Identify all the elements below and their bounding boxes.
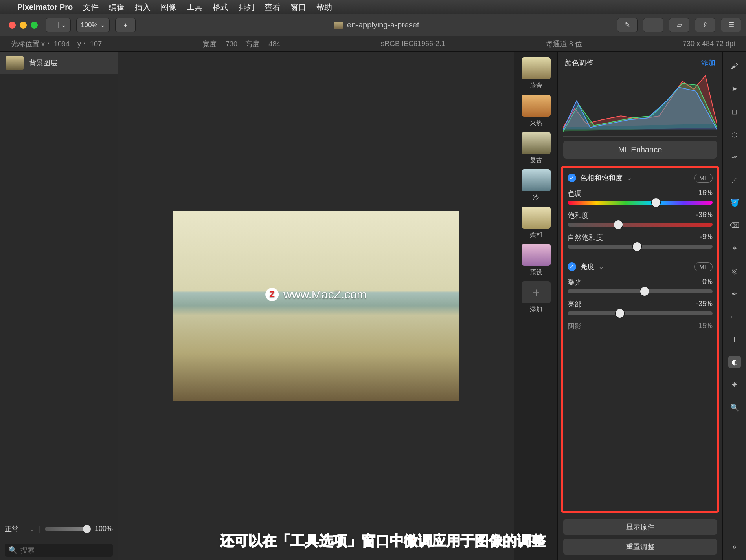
pointer-icon[interactable]: ➤ bbox=[728, 82, 741, 95]
lasso-icon[interactable]: ◌ bbox=[728, 128, 741, 141]
preset-add[interactable]: ＋添加 bbox=[522, 281, 551, 314]
exposure-value: 0% bbox=[702, 278, 713, 287]
slider-knob-icon[interactable] bbox=[652, 198, 660, 207]
menu-window[interactable]: 窗口 bbox=[290, 2, 306, 13]
search-input[interactable]: 🔍 搜索 bbox=[5, 544, 113, 557]
ml-chip[interactable]: ML bbox=[694, 262, 713, 271]
text-icon[interactable]: T bbox=[728, 333, 741, 346]
close-window-button[interactable] bbox=[9, 22, 16, 29]
zoom-icon[interactable]: 🔍 bbox=[728, 401, 741, 414]
vibrance-slider[interactable] bbox=[568, 245, 713, 249]
eraser-icon[interactable]: ⌫ bbox=[728, 219, 741, 232]
fullscreen-window-button[interactable] bbox=[31, 22, 38, 29]
menu-insert[interactable]: 插入 bbox=[135, 2, 151, 13]
more-icon[interactable]: » bbox=[728, 540, 741, 553]
layer-footer: 正常 ⌄ | 100% bbox=[0, 517, 118, 540]
slider-knob-icon[interactable] bbox=[616, 309, 624, 318]
group-name: 色相和饱和度 bbox=[580, 173, 623, 183]
effects-icon[interactable]: ✳ bbox=[728, 379, 741, 391]
share-button[interactable]: ⇪ bbox=[695, 18, 715, 32]
opacity-slider[interactable] bbox=[45, 527, 91, 531]
slider-knob-icon[interactable] bbox=[83, 525, 91, 533]
paintbrush-icon[interactable]: 🖌 bbox=[728, 60, 741, 72]
window-controls bbox=[5, 22, 40, 29]
preset-label: 火热 bbox=[530, 119, 542, 127]
window-toolbar: ⌄ 100% ⌄ ＋ en-applying-a-preset ✎ ⌗ ▱ ⇪ … bbox=[0, 14, 746, 36]
repair-icon[interactable]: ◎ bbox=[728, 265, 741, 277]
preset-item[interactable]: 火热 bbox=[522, 95, 551, 127]
watermark-badge-icon: Z bbox=[265, 288, 279, 301]
pen-icon[interactable]: ✒ bbox=[728, 287, 741, 300]
menu-arrange[interactable]: 排列 bbox=[239, 2, 254, 13]
layer-item[interactable]: 背景图层 bbox=[0, 52, 118, 74]
settings-button[interactable]: ☰ bbox=[721, 18, 741, 32]
sidebar-icon bbox=[50, 22, 59, 28]
group-header-brightness[interactable]: ✓ 亮度 ⌄ ML bbox=[568, 262, 713, 271]
eyedropper-icon[interactable]: ✑ bbox=[728, 151, 741, 163]
reset-adjust-button[interactable]: 重置调整 bbox=[563, 539, 717, 555]
exposure-label: 曝光 bbox=[568, 278, 582, 287]
status-infobar: 光标位置 x： 1094 y： 107 宽度： 730 高度： 484 sRGB… bbox=[0, 36, 746, 52]
blend-mode-select[interactable]: 正常 bbox=[5, 525, 25, 533]
exposure-slider[interactable] bbox=[568, 289, 713, 293]
menu-image[interactable]: 图像 bbox=[161, 2, 176, 13]
chevron-down-icon: ⌄ bbox=[29, 525, 35, 533]
preset-thumb-icon bbox=[522, 57, 551, 79]
color-adjust-icon[interactable]: ◐ bbox=[728, 356, 741, 368]
image-dimensions: 730 x 484 72 dpi bbox=[672, 40, 746, 48]
slider-knob-icon[interactable] bbox=[614, 220, 623, 229]
highlights-slider[interactable] bbox=[568, 311, 713, 315]
adjust-add-button[interactable]: 添加 bbox=[701, 58, 715, 68]
preset-thumb-icon bbox=[522, 169, 551, 191]
preset-item[interactable]: 柔和 bbox=[522, 207, 551, 239]
adjust-title: 颜色调整 bbox=[565, 58, 593, 68]
add-button[interactable]: ＋ bbox=[115, 18, 136, 32]
preset-item[interactable]: 冷 bbox=[522, 169, 551, 202]
hue-slider[interactable] bbox=[568, 201, 713, 205]
page-button[interactable]: ▱ bbox=[669, 18, 689, 32]
preset-item[interactable]: 旅舍 bbox=[522, 57, 551, 90]
app-name[interactable]: Pixelmator Pro bbox=[17, 3, 73, 12]
plus-icon: ＋ bbox=[122, 20, 129, 29]
brush-tool-button[interactable]: ✎ bbox=[617, 18, 638, 32]
group-header-hue[interactable]: ✓ 色相和饱和度 ⌄ ML bbox=[568, 173, 713, 183]
canvas-image[interactable]: Z www.MacZ.com bbox=[173, 211, 459, 401]
menu-tools[interactable]: 工具 bbox=[187, 2, 202, 13]
saturation-slider[interactable] bbox=[568, 223, 713, 227]
slider-knob-icon[interactable] bbox=[633, 242, 641, 251]
canvas-area: Z www.MacZ.com 还可以在「工具选项」窗口中微调应用于图像的调整 bbox=[118, 52, 514, 560]
marquee-icon[interactable]: ◻ bbox=[728, 105, 741, 118]
menu-format[interactable]: 格式 bbox=[213, 2, 228, 13]
preset-item[interactable]: 复古 bbox=[522, 132, 551, 165]
menu-file[interactable]: 文件 bbox=[83, 2, 99, 13]
slider-knob-icon[interactable] bbox=[640, 287, 649, 296]
clone-icon[interactable]: ⌖ bbox=[728, 242, 741, 254]
group-name: 亮度 bbox=[580, 262, 594, 271]
colorspace: sRGB IEC61966-2.1 bbox=[370, 40, 456, 48]
fill-icon[interactable]: 🪣 bbox=[728, 196, 741, 209]
shape-icon[interactable]: ▭ bbox=[728, 310, 741, 323]
sidebar-toggle-button[interactable]: ⌄ bbox=[46, 18, 71, 32]
chevron-down-icon: ⌄ bbox=[100, 21, 105, 29]
ml-enhance-button[interactable]: ML Enhance bbox=[563, 141, 717, 159]
menu-view[interactable]: 查看 bbox=[265, 2, 280, 13]
minimize-window-button[interactable] bbox=[20, 22, 27, 29]
ml-chip[interactable]: ML bbox=[694, 174, 713, 183]
highlights-value: -35% bbox=[696, 300, 713, 309]
right-panels: 旅舍 火热 复古 冷 柔和 预设 ＋添加 颜色调整 添加 ML Enhance bbox=[514, 52, 746, 560]
presets-panel: 旅舍 火热 复古 冷 柔和 预设 ＋添加 bbox=[514, 52, 557, 560]
zoom-dropdown[interactable]: 100% ⌄ bbox=[76, 18, 110, 32]
crop-tool-button[interactable]: ⌗ bbox=[643, 18, 663, 32]
checkmark-icon[interactable]: ✓ bbox=[568, 262, 576, 271]
zoom-value: 100% bbox=[81, 21, 97, 29]
preset-thumb-icon bbox=[522, 95, 551, 117]
menu-help[interactable]: 帮助 bbox=[316, 2, 332, 13]
preset-item[interactable]: 预设 bbox=[522, 244, 551, 276]
checkmark-icon[interactable]: ✓ bbox=[568, 174, 576, 182]
saturation-value: -36% bbox=[696, 211, 713, 220]
height-label: 高度： bbox=[245, 40, 266, 48]
histogram-graph-icon bbox=[563, 70, 717, 135]
brush-icon[interactable]: ／ bbox=[728, 174, 741, 186]
menu-edit[interactable]: 编辑 bbox=[109, 2, 125, 13]
show-original-button[interactable]: 显示原件 bbox=[563, 519, 717, 535]
